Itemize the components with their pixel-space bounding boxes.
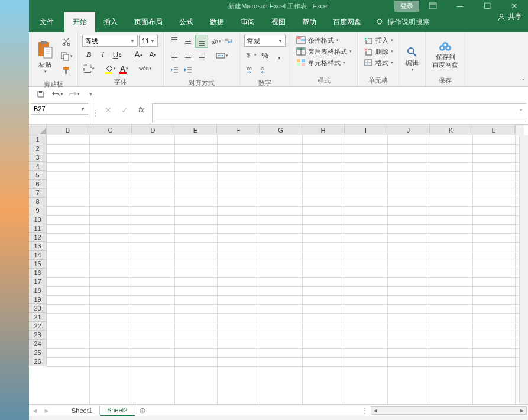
column-header-C[interactable]: C	[89, 125, 132, 135]
fill-color-button[interactable]: ▾	[103, 62, 116, 75]
increase-decimal-button[interactable]: .00	[244, 63, 257, 76]
row-header-11[interactable]: 11	[29, 224, 47, 233]
column-header-F[interactable]: F	[217, 125, 260, 135]
copy-button[interactable]: ▾	[60, 50, 73, 63]
cells-area[interactable]	[47, 135, 519, 404]
row-header-22[interactable]: 22	[29, 322, 47, 331]
font-size-combo[interactable]: 11▼	[139, 35, 158, 47]
cut-button[interactable]	[60, 35, 73, 49]
decrease-font-button[interactable]: A▾	[146, 48, 159, 61]
login-button[interactable]: 登录	[394, 1, 419, 12]
row-header-16[interactable]: 16	[29, 269, 47, 277]
horizontal-scrollbar[interactable]: ◄ ►	[371, 406, 527, 415]
align-center-button[interactable]	[182, 49, 195, 62]
font-name-combo[interactable]: 等线▼	[82, 35, 138, 47]
row-header-10[interactable]: 10	[29, 215, 47, 224]
row-header-15[interactable]: 15	[29, 260, 47, 269]
sheet-tab-1[interactable]: Sheet1	[64, 406, 100, 415]
name-box[interactable]: B27 ▼	[31, 103, 88, 115]
decrease-decimal-button[interactable]: .0	[258, 63, 271, 76]
insert-function-button[interactable]: fx	[133, 104, 150, 116]
accounting-format-button[interactable]: $▾	[244, 49, 257, 62]
find-select-button[interactable]: 编辑 ▾	[402, 34, 422, 84]
collapse-ribbon-button[interactable]: ⌃	[521, 78, 526, 85]
number-format-combo[interactable]: 常规▼	[244, 35, 286, 47]
expand-formula-bar-button[interactable]: ⌄	[519, 105, 523, 112]
column-header-G[interactable]: G	[260, 125, 302, 135]
column-header-B[interactable]: B	[47, 125, 89, 135]
row-header-8[interactable]: 8	[29, 198, 47, 206]
merge-button[interactable]: ▾	[215, 49, 228, 62]
row-header-20[interactable]: 20	[29, 304, 47, 313]
tab-review[interactable]: 审阅	[232, 12, 263, 32]
increase-indent-button[interactable]	[182, 63, 195, 76]
save-to-baidu-button[interactable]: 保存到 百度网盘	[429, 34, 462, 75]
format-cells-button[interactable]: 格式▾	[362, 57, 394, 68]
column-header-L[interactable]: L	[472, 125, 515, 135]
phonetic-button[interactable]: wén▾	[139, 62, 152, 75]
row-header-7[interactable]: 7	[29, 189, 47, 198]
row-header-23[interactable]: 23	[29, 331, 47, 340]
row-header-25[interactable]: 25	[29, 348, 47, 357]
tab-split-handle[interactable]: ⋮	[361, 406, 368, 415]
row-header-21[interactable]: 21	[29, 313, 47, 322]
comma-button[interactable]: ,	[273, 49, 286, 62]
tab-home[interactable]: 开始	[64, 12, 95, 32]
wrap-text-button[interactable]: ab	[222, 35, 235, 48]
enter-formula-button[interactable]: ✓	[116, 104, 133, 116]
formula-input[interactable]: ⌄	[152, 103, 526, 122]
row-header-2[interactable]: 2	[29, 144, 47, 153]
row-header-19[interactable]: 19	[29, 295, 47, 304]
column-header-E[interactable]: E	[174, 125, 217, 135]
format-as-table-button[interactable]: 套用表格格式▾	[294, 46, 353, 57]
row-header-13[interactable]: 13	[29, 242, 47, 251]
new-sheet-button[interactable]: ⊕	[135, 406, 150, 415]
row-header-18[interactable]: 18	[29, 286, 47, 295]
column-header-K[interactable]: K	[430, 125, 472, 135]
tab-help[interactable]: 帮助	[294, 12, 325, 32]
tab-view[interactable]: 视图	[263, 12, 294, 32]
column-header-H[interactable]: H	[302, 125, 345, 135]
row-header-1[interactable]: 1	[29, 135, 47, 144]
tab-page-layout[interactable]: 页面布局	[126, 12, 171, 32]
row-header-12[interactable]: 12	[29, 233, 47, 242]
namebox-resize-handle[interactable]: ⋮	[90, 101, 100, 124]
scroll-right-button[interactable]: ►	[518, 408, 526, 413]
sheet-tab-2[interactable]: Sheet2	[100, 405, 135, 416]
paste-button[interactable]: 粘贴 ▾	[32, 34, 58, 79]
tab-baidu[interactable]: 百度网盘	[325, 12, 370, 32]
maximize-icon[interactable]: ☐	[474, 0, 501, 12]
vertical-scrollbar[interactable]	[519, 135, 528, 404]
column-header-I[interactable]: I	[345, 125, 387, 135]
scroll-left-button[interactable]: ◄	[371, 408, 380, 413]
underline-button[interactable]: U▾	[111, 48, 124, 61]
column-header-D[interactable]: D	[132, 125, 174, 135]
format-painter-button[interactable]	[60, 64, 73, 77]
align-bottom-button[interactable]	[195, 35, 208, 48]
row-header-14[interactable]: 14	[29, 251, 47, 260]
sheet-nav-next[interactable]: ►	[41, 407, 53, 414]
tab-formulas[interactable]: 公式	[171, 12, 202, 32]
borders-button[interactable]: ▾	[82, 62, 95, 75]
row-header-17[interactable]: 17	[29, 277, 47, 286]
tab-insert[interactable]: 插入	[95, 12, 126, 32]
column-header-J[interactable]: J	[387, 125, 430, 135]
tell-me-search[interactable]: 操作说明搜索	[375, 12, 430, 32]
delete-cells-button[interactable]: ×删除▾	[362, 46, 394, 57]
cancel-formula-button[interactable]: ✕	[100, 104, 116, 116]
row-header-9[interactable]: 9	[29, 206, 47, 215]
align-middle-button[interactable]	[182, 35, 195, 48]
ribbon-display-options-icon[interactable]	[419, 0, 446, 12]
align-top-button[interactable]	[168, 35, 181, 48]
italic-button[interactable]: I	[96, 48, 109, 61]
percent-button[interactable]: %	[258, 49, 271, 62]
select-all-corner[interactable]	[29, 125, 47, 135]
minimize-icon[interactable]: ─	[446, 0, 474, 12]
row-header-26[interactable]: 26	[29, 357, 47, 366]
align-right-button[interactable]	[195, 49, 208, 62]
row-header-4[interactable]: 4	[29, 162, 47, 171]
tab-file[interactable]: 文件	[29, 12, 64, 32]
row-header-24[interactable]: 24	[29, 340, 47, 348]
orientation-button[interactable]: ab▾	[209, 35, 222, 48]
insert-cells-button[interactable]: +插入▾	[362, 35, 394, 46]
